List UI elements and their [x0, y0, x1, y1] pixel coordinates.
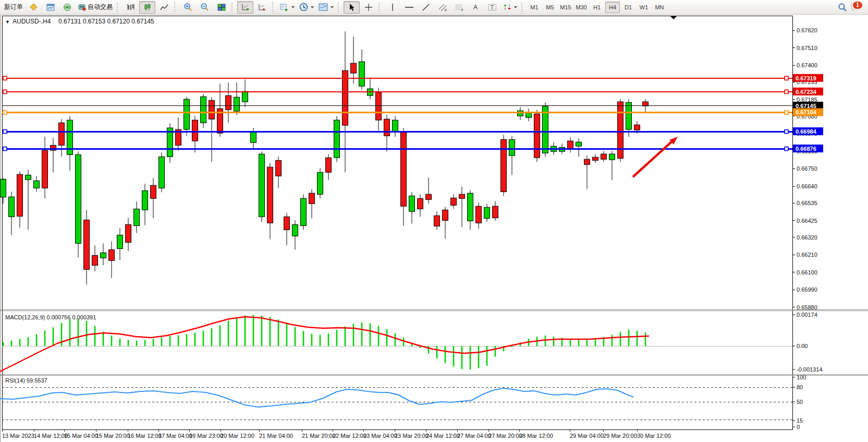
- clock-icon: [299, 3, 308, 11]
- timeframe-M15[interactable]: M15: [558, 2, 573, 13]
- ohlc-values: 0.67131 0.67153 0.67120 0.67145: [58, 18, 154, 25]
- horizontal-line-tool[interactable]: [401, 1, 417, 14]
- candle-bearish: [226, 95, 231, 110]
- macd-label: MACD(12,26,9) 0.000756 0.000391: [5, 314, 96, 320]
- timeframe-M30[interactable]: M30: [574, 2, 589, 13]
- candle-bullish: [468, 193, 473, 221]
- candle-bullish: [184, 99, 190, 129]
- text-label-tool[interactable]: T: [484, 1, 500, 14]
- chart-shift-button[interactable]: [254, 1, 270, 14]
- timeframe-D1[interactable]: D1: [621, 2, 635, 13]
- rsi-axis-label: 50: [797, 399, 803, 405]
- candle-bearish: [384, 119, 390, 136]
- templates-button[interactable]: [316, 1, 336, 14]
- price-tick-label: 0.66750: [797, 165, 817, 172]
- level-anchor[interactable]: [3, 76, 7, 80]
- candle-bearish: [568, 141, 573, 149]
- candle-bullish: [509, 139, 515, 156]
- level-anchor[interactable]: [785, 147, 788, 151]
- indicators-button[interactable]: [278, 1, 297, 14]
- toolbar: 新订单 自动交易: [0, 0, 868, 15]
- horizontal-line-icon: [405, 4, 414, 10]
- time-tick-label: 22 Mar 12:00: [333, 433, 366, 439]
- fibonacci-tool[interactable]: F: [451, 1, 467, 14]
- arrows-tool[interactable]: [501, 1, 519, 14]
- candle-bullish: [117, 235, 123, 248]
- level-anchor[interactable]: [3, 90, 7, 93]
- candle-bearish: [593, 157, 598, 160]
- candle-bearish: [92, 256, 98, 266]
- zoom-out-button[interactable]: [197, 1, 213, 14]
- candle-bullish: [34, 181, 40, 188]
- chevron-down-icon: [291, 6, 295, 8]
- periods-dropdown-button[interactable]: [297, 1, 316, 14]
- crosshair-button[interactable]: [360, 1, 376, 14]
- channel-icon: E: [438, 3, 447, 11]
- candle-bearish: [209, 100, 215, 119]
- timeframe-W1[interactable]: W1: [637, 2, 651, 13]
- auto-scroll-button[interactable]: [237, 1, 253, 14]
- new-order-button[interactable]: 新订单: [2, 1, 25, 14]
- chart-canvas[interactable]: 0.676200.675100.674000.672950.671850.670…: [0, 15, 868, 442]
- trendline-tool[interactable]: [418, 1, 434, 14]
- time-tick-label: 29 Mar 20:00: [603, 433, 637, 439]
- cursor-button[interactable]: [344, 1, 360, 14]
- search-icon[interactable]: [838, 3, 847, 12]
- level-anchor[interactable]: [785, 90, 788, 93]
- chart-window-icon-button[interactable]: [42, 1, 58, 14]
- text-label-icon: T: [488, 3, 497, 11]
- vertical-line-tool[interactable]: [384, 1, 400, 14]
- candle-bearish: [267, 167, 273, 223]
- tile-windows-button[interactable]: [213, 1, 229, 14]
- toolbar-grip: [338, 3, 341, 12]
- tile-windows-icon: [217, 4, 226, 11]
- timeframe-H1[interactable]: H1: [590, 2, 604, 13]
- timeframe-H4[interactable]: H4: [605, 2, 620, 13]
- line-chart-button[interactable]: [156, 1, 172, 14]
- equidistant-channel-tool[interactable]: E: [434, 1, 450, 14]
- chat-button[interactable]: 1: [850, 2, 862, 13]
- candle-bearish: [426, 194, 432, 199]
- level-anchor[interactable]: [3, 147, 7, 151]
- candle-bearish: [418, 198, 423, 209]
- candle-bearish: [401, 132, 407, 206]
- price-badge-label: 0.67234: [796, 89, 817, 95]
- signals-icon-button[interactable]: [59, 1, 75, 14]
- timeframe-MN[interactable]: MN: [652, 2, 667, 13]
- level-anchor[interactable]: [3, 111, 7, 114]
- zoom-in-button[interactable]: [180, 1, 196, 14]
- candle-bullish: [1, 179, 6, 197]
- candle-bearish: [493, 206, 498, 218]
- candle-bullish: [234, 97, 240, 111]
- level-anchor[interactable]: [785, 130, 788, 134]
- candle-bearish: [443, 210, 448, 220]
- price-tick-label: 0.67400: [797, 62, 817, 68]
- candlestick-chart-button[interactable]: [139, 1, 155, 14]
- candle-bullish: [292, 224, 298, 236]
- price-tick-label: 0.66100: [797, 269, 817, 276]
- timeframe-M1[interactable]: M1: [527, 2, 542, 13]
- autotrade-button[interactable]: 自动交易: [76, 1, 115, 14]
- market-watch-icon[interactable]: [26, 1, 42, 14]
- candle-bearish: [451, 198, 457, 205]
- rsi-axis-label: 100: [797, 374, 806, 380]
- level-anchor[interactable]: [785, 76, 788, 80]
- timeframe-M5[interactable]: M5: [543, 2, 557, 13]
- price-tick-label: 0.66535: [797, 200, 817, 206]
- line-chart-icon: [160, 4, 168, 11]
- time-tick-label: 27 Mar 04:00: [457, 433, 491, 439]
- candle-bullish: [259, 154, 265, 217]
- bars-chart-button[interactable]: [123, 1, 139, 14]
- level-anchor[interactable]: [3, 130, 7, 134]
- zoom-in-icon: [184, 3, 192, 11]
- candle-bullish: [576, 142, 582, 146]
- time-tick-label: 17 Mar 04:00: [158, 433, 192, 439]
- candle-bullish: [9, 197, 15, 217]
- level-anchor[interactable]: [785, 111, 788, 114]
- toolbar-grip: [117, 3, 120, 12]
- price-tick-label: 0.66640: [797, 183, 817, 189]
- candle-bearish: [276, 160, 282, 176]
- candle-bullish: [242, 91, 248, 102]
- text-tool[interactable]: A: [468, 1, 484, 14]
- time-tick-label: 15 Mar 20:00: [96, 433, 130, 439]
